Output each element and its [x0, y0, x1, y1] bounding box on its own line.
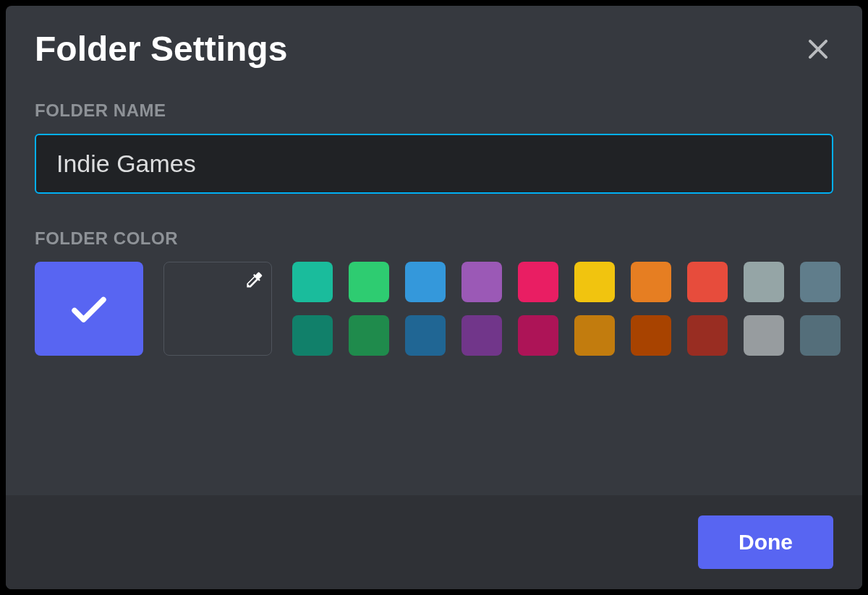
close-icon	[804, 35, 832, 63]
color-palette-grid	[292, 262, 841, 356]
color-swatch-1[interactable]	[349, 262, 389, 302]
color-swatch-11[interactable]	[349, 315, 389, 356]
custom-color-swatch[interactable]	[163, 262, 272, 356]
color-swatch-17[interactable]	[687, 315, 728, 356]
color-picker	[35, 262, 833, 356]
folder-name-label: FOLDER NAME	[35, 100, 833, 121]
eyedropper-icon	[244, 270, 264, 290]
folder-color-label: FOLDER COLOR	[35, 228, 833, 249]
color-swatch-5[interactable]	[574, 262, 615, 302]
color-swatch-12[interactable]	[405, 315, 446, 356]
color-swatch-6[interactable]	[631, 262, 671, 302]
color-swatch-4[interactable]	[518, 262, 558, 302]
color-swatch-19[interactable]	[800, 315, 841, 356]
color-swatch-2[interactable]	[405, 262, 446, 302]
close-button[interactable]	[803, 34, 833, 64]
modal-footer: Done	[6, 495, 862, 589]
modal-content: Folder Settings FOLDER NAME FOLDER COLOR	[6, 6, 862, 495]
modal-header: Folder Settings	[35, 30, 833, 69]
color-swatch-3[interactable]	[461, 262, 502, 302]
color-swatch-0[interactable]	[292, 262, 333, 302]
color-swatch-8[interactable]	[744, 262, 784, 302]
color-swatch-13[interactable]	[461, 315, 502, 356]
color-swatch-7[interactable]	[687, 262, 728, 302]
folder-name-input[interactable]	[35, 134, 833, 194]
default-color-swatch[interactable]	[35, 262, 143, 356]
done-button[interactable]: Done	[698, 515, 833, 569]
color-swatch-18[interactable]	[744, 315, 784, 356]
checkmark-icon	[67, 287, 111, 330]
color-swatch-9[interactable]	[800, 262, 841, 302]
modal-title: Folder Settings	[35, 30, 287, 69]
color-swatch-15[interactable]	[574, 315, 615, 356]
color-swatch-16[interactable]	[631, 315, 671, 356]
folder-settings-modal: Folder Settings FOLDER NAME FOLDER COLOR	[6, 6, 862, 589]
color-swatch-10[interactable]	[292, 315, 333, 356]
color-swatch-14[interactable]	[518, 315, 558, 356]
